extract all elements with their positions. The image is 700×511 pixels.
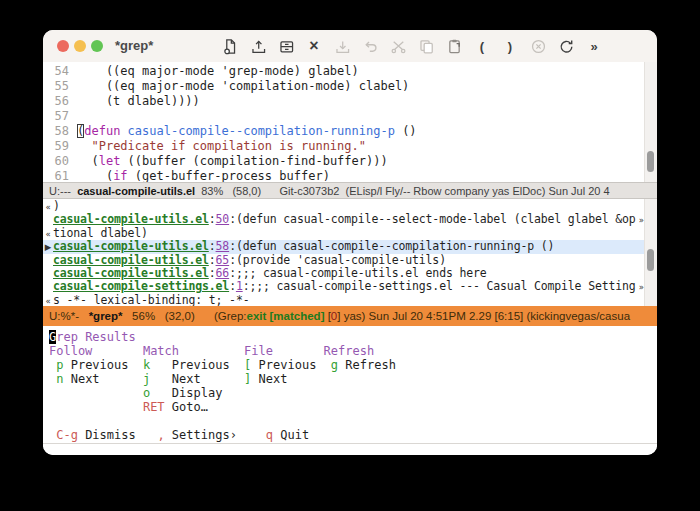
grep-line-link[interactable]: 1 [236,279,243,293]
text-segment [120,124,127,138]
grep-file-link[interactable]: casual-compile-utils.el [53,239,209,253]
transient-menu-line: Grep Results [43,330,657,344]
grep-result-line: casual-compile-utils.el:65:(provide 'cas… [43,254,657,267]
transient-menu-line: n Next j Next ] Next [43,372,657,386]
grep-line-link[interactable]: 65 [216,253,230,267]
text-segment: tional dlabel) [53,226,148,240]
text-segment: : [209,212,216,226]
close-buffer-icon[interactable]: × [305,37,323,55]
scrollbar-thumb[interactable] [647,249,654,271]
text-segment: let [99,154,121,168]
grep-line-link[interactable]: 50 [216,212,230,226]
text-segment: C-g [56,428,78,442]
text-segment: : [209,253,216,267]
cancel-icon [529,37,547,55]
traffic-light-minimize[interactable] [74,40,86,52]
text-segment: Display [150,386,222,400]
text-segment: () [395,124,417,138]
grep-result-line: ▶casual-compile-utils.el:58:(defun casua… [43,240,657,253]
grep-line-link[interactable]: 66 [216,266,230,280]
transient-menu-line: C-g Dismiss , Settings› q Quit [43,428,657,442]
text-segment: exit [matched] [247,310,325,322]
text-segment [49,400,143,414]
modeline-active: U:%*- *grep* 56% (32,0) (Grep:exit [matc… [43,306,657,326]
text-segment: RET [143,400,165,414]
grep-result-line: casual-compile-settings.el:1:;;; casual-… [43,280,657,293]
text-segment: ;;; casual-compile-utils.el ends here [236,266,487,280]
text-segment: Settings› [165,428,266,442]
text-segment: : [229,212,236,226]
text-segment: ((eq major-mode 'grep-mode) glabel) [77,64,359,78]
paren-open-icon[interactable]: ( [473,37,491,55]
grep-line-link[interactable]: 58 [216,239,230,253]
text-segment: Follow Match File Refresh [49,344,374,358]
text-segment: ((eq major-mode 'compilation-mode) clabe… [77,79,409,93]
save-icon[interactable] [277,37,295,55]
text-segment: "Predicate if compilation is running." [91,139,366,153]
code-pane-scrollbar[interactable] [644,62,657,182]
text-segment: : [209,239,216,253]
text-segment: ( [77,154,99,168]
text-segment: Next [150,372,244,386]
line-number: 58 [49,124,69,139]
open-icon[interactable] [249,37,267,55]
titlebar: *grep* × [43,30,657,63]
cut-icon [389,37,407,55]
text-segment: 56% (32,0) (Grep: [123,310,247,322]
text-segment: (get-buffer-process buffer) [128,169,330,183]
text-segment: Next [63,372,142,386]
new-file-icon[interactable] [221,37,239,55]
paren-close-icon[interactable]: ) [501,37,519,55]
overflow-icon[interactable]: » [585,37,603,55]
text-segment: g [331,358,338,372]
transient-menu-line: RET Goto… [43,400,657,414]
echo-area[interactable] [43,443,657,455]
text-segment: ] yas) Sun Jul 20 4:51PM 2.29 [6:15] (ki… [337,310,630,322]
grep-file-link[interactable]: casual-compile-utils.el [53,266,209,280]
text-segment: s -*- lexical-binding: t; -*- [53,293,249,307]
grep-result-line: «tional dlabel) [43,227,657,240]
text-segment: U:--- [49,185,71,197]
grep-file-link[interactable]: casual-compile-utils.el [53,212,209,226]
text-segment: ;;; casual-compile-settings.el --- Casua… [249,279,635,293]
traffic-light-close[interactable] [57,40,69,52]
text-segment: (provide 'casual-compile-utils) [236,253,446,267]
refresh-icon[interactable] [557,37,575,55]
scrollbar-thumb[interactable] [647,151,654,172]
line-number: 57 [49,109,69,124]
text-segment: Previous [150,358,244,372]
text-segment: ((buffer (compilation-find-buffer))) [120,154,387,168]
text-segment: casual-compile--compilation-running-p [128,124,395,138]
text-segment: q [266,428,273,442]
grep-file-link[interactable]: casual-compile-utils.el [53,253,209,267]
text-segment: : [229,239,236,253]
modeline-inactive: U:--- casual-compile-utils.el 83% (58,0)… [43,182,657,199]
emacs-window: *grep* × [43,30,657,455]
text-segment [49,386,143,400]
code-line: 58(defun casual-compile--compilation-run… [43,124,657,139]
text-segment: ( [77,169,113,183]
wrap-indicator-icon: « [43,228,53,241]
traffic-light-zoom[interactable] [91,40,103,52]
toolbar: × ( ) [221,36,603,56]
code-line: 55 ((eq major-mode 'compilation-mode) cl… [43,79,657,94]
text-segment: (defun casual-compile--compilation-runni… [236,239,554,253]
text-segment: , [157,428,164,442]
text-segment: : [209,266,216,280]
text-segment: if [113,169,127,183]
grep-file-link[interactable]: casual-compile-settings.el [53,279,229,293]
undo-icon [361,37,379,55]
current-match-arrow-icon: ▶ [43,241,53,254]
wrap-indicator-icon: « [43,201,53,214]
text-segment: Previous [63,358,142,372]
grep-result-line: casual-compile-utils.el:50:(defun casual… [43,213,657,226]
text-segment: defun [84,124,120,138]
text-segment: casual-compile-utils.el [77,185,195,197]
line-number: 54 [49,64,69,79]
code-buffer-pane[interactable]: 54 ((eq major-mode 'grep-mode) glabel)55… [43,62,657,184]
line-number: 56 [49,94,69,109]
grep-pane-scrollbar[interactable] [644,199,657,306]
import-icon [333,37,351,55]
text-segment: : [229,266,236,280]
grep-buffer-pane[interactable]: «)casual-compile-utils.el:50:(defun casu… [43,199,657,307]
